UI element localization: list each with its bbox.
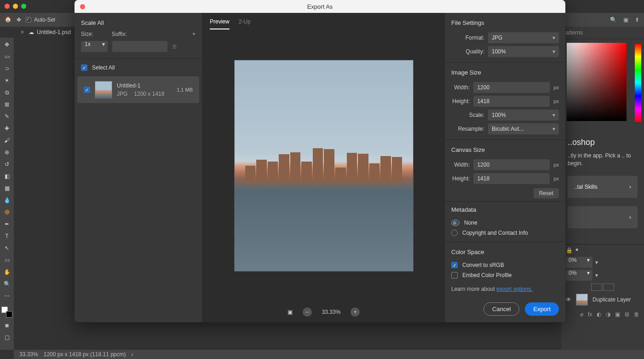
asset-item[interactable]: ✓ Untitled-1 JPG 1200 x 1418 1.1 MB bbox=[77, 76, 199, 103]
layer-thumb-small[interactable] bbox=[603, 284, 614, 291]
scale-select[interactable]: 100% bbox=[488, 110, 559, 121]
close-window[interactable] bbox=[5, 4, 10, 9]
heal-tool[interactable]: ✚ bbox=[3, 124, 11, 133]
blur-tool[interactable]: 💧 bbox=[3, 196, 11, 204]
zoom-out-button[interactable]: − bbox=[303, 307, 312, 317]
delete-scale-icon[interactable]: 🗑 bbox=[172, 43, 178, 50]
export-options-link[interactable]: export options. bbox=[496, 286, 533, 292]
minimize-window[interactable] bbox=[13, 4, 18, 9]
select-all-checkbox[interactable]: ✓ bbox=[81, 64, 87, 71]
visibility-icon[interactable]: 👁 bbox=[566, 296, 571, 303]
status-chevron-icon[interactable]: › bbox=[131, 351, 133, 358]
history-brush-tool[interactable]: ↺ bbox=[3, 160, 11, 168]
trash-icon[interactable]: 🗑 bbox=[634, 311, 639, 318]
hand-tool[interactable]: ✋ bbox=[3, 268, 11, 276]
background-color[interactable] bbox=[6, 311, 12, 318]
metadata-none-row[interactable]: None bbox=[445, 218, 565, 228]
format-select[interactable]: JPG bbox=[488, 32, 559, 43]
maximize-window[interactable] bbox=[21, 4, 26, 9]
convert-srgb-checkbox[interactable]: ✓ bbox=[451, 262, 458, 268]
lock-icon[interactable]: 🔒 bbox=[566, 247, 573, 254]
screenmode-tool[interactable]: ▢ bbox=[3, 333, 11, 342]
share-icon[interactable]: ⬆ bbox=[635, 17, 639, 23]
layer-thumb-small[interactable] bbox=[591, 284, 602, 291]
zoom-in-button[interactable]: + bbox=[351, 307, 360, 317]
convert-srgb-row[interactable]: ✓ Convert to sRGB bbox=[445, 260, 565, 270]
embed-profile-row[interactable]: Embed Color Profile bbox=[445, 270, 565, 280]
home-icon[interactable]: 🏠 bbox=[5, 16, 12, 23]
learn-card-skills[interactable]: ..tal Skills › bbox=[568, 176, 638, 198]
workspace-icon[interactable]: ▣ bbox=[623, 17, 628, 23]
color-field[interactable] bbox=[567, 43, 627, 121]
quality-select[interactable]: 100% bbox=[488, 46, 559, 57]
chevron-down-icon[interactable]: ▾ bbox=[595, 272, 598, 278]
move-tool-icon[interactable]: ✥ bbox=[17, 17, 21, 23]
cancel-button[interactable]: Cancel bbox=[483, 302, 519, 316]
wand-tool[interactable]: ✶ bbox=[3, 76, 11, 85]
reset-button[interactable]: Reset bbox=[534, 188, 559, 198]
tab-patterns[interactable]: atterns bbox=[566, 29, 583, 36]
radio-none[interactable] bbox=[451, 220, 460, 226]
lasso-tool[interactable]: ⊃ bbox=[3, 64, 11, 73]
embed-profile-checkbox[interactable] bbox=[451, 272, 458, 278]
width-input[interactable] bbox=[473, 82, 550, 93]
layer-thumbnail[interactable] bbox=[576, 294, 588, 306]
document-tab[interactable]: × ☁ Untitled-1.psd bbox=[16, 27, 75, 38]
select-all-row[interactable]: ✓ Select All bbox=[75, 59, 202, 76]
scale-select[interactable]: 1x bbox=[81, 41, 108, 52]
more-tools[interactable]: ⋯ bbox=[3, 292, 11, 300]
crop-tool[interactable]: ⧉ bbox=[3, 88, 11, 97]
canvas-width-input[interactable] bbox=[473, 159, 550, 170]
canvas-height-input[interactable] bbox=[473, 173, 550, 184]
zoom-level[interactable]: 33.33% bbox=[322, 309, 341, 315]
mask-icon[interactable]: ◐ bbox=[597, 311, 601, 318]
layer-name[interactable]: Duplicate Layer bbox=[592, 296, 631, 303]
status-zoom[interactable]: 33.33% bbox=[19, 351, 38, 358]
height-input[interactable] bbox=[473, 96, 550, 107]
pen-tool[interactable]: ✒ bbox=[3, 220, 11, 228]
fit-icon[interactable]: ▣ bbox=[288, 309, 293, 315]
auto-select-checkbox[interactable]: Auto-Sel bbox=[26, 17, 55, 23]
dialog-titlebar[interactable]: Export As bbox=[75, 0, 565, 13]
hue-slider[interactable] bbox=[635, 44, 641, 122]
learn-card-2[interactable]: › bbox=[568, 206, 638, 228]
frame-tool[interactable]: ⊠ bbox=[3, 100, 11, 109]
eyedropper-tool[interactable]: ✎ bbox=[3, 112, 11, 121]
dodge-tool[interactable]: 🔅 bbox=[3, 208, 11, 216]
resample-select[interactable]: Bicubic Aut... bbox=[488, 123, 559, 134]
new-layer-icon[interactable]: ⊞ bbox=[625, 311, 629, 318]
tab-2up[interactable]: 2-Up bbox=[239, 18, 251, 29]
adjustment-icon[interactable]: ◑ bbox=[606, 311, 610, 318]
chevron-down-icon[interactable]: ▾ bbox=[595, 259, 598, 266]
layer-row[interactable]: 👁 Duplicate Layer bbox=[561, 291, 644, 308]
asset-checkbox[interactable]: ✓ bbox=[84, 87, 90, 93]
link-icon[interactable]: ⌀ bbox=[580, 311, 583, 318]
path-tool[interactable]: ↖ bbox=[3, 244, 11, 252]
stamp-tool[interactable]: ⊕ bbox=[3, 148, 11, 156]
suffix-input[interactable] bbox=[112, 41, 167, 52]
zoom-tool[interactable]: 🔍 bbox=[3, 280, 11, 288]
dialog-close[interactable] bbox=[80, 4, 85, 9]
shape-tool[interactable]: ▭ bbox=[3, 256, 11, 264]
add-scale-icon[interactable]: + bbox=[192, 31, 196, 37]
preview-canvas[interactable] bbox=[202, 29, 445, 302]
search-icon[interactable]: 🔍 bbox=[610, 17, 617, 23]
type-tool[interactable]: T bbox=[3, 232, 11, 240]
marquee-tool[interactable]: ▭ bbox=[3, 52, 11, 61]
export-button[interactable]: Export bbox=[525, 302, 559, 316]
gradient-tool[interactable]: ▦ bbox=[3, 184, 11, 192]
fx-icon[interactable]: fx bbox=[588, 311, 592, 318]
opacity-value[interactable]: 0% bbox=[566, 257, 592, 268]
color-picker-panel[interactable] bbox=[561, 39, 644, 131]
metadata-contact-row[interactable]: Copyright and Contact Info bbox=[445, 228, 565, 238]
window-controls[interactable] bbox=[5, 4, 26, 9]
quickmask-tool[interactable]: ◙ bbox=[3, 321, 11, 330]
brush-tool[interactable]: 🖌 bbox=[3, 136, 11, 145]
fill-value[interactable]: 0% bbox=[566, 270, 592, 281]
eraser-tool[interactable]: ◧ bbox=[3, 172, 11, 180]
tab-preview[interactable]: Preview bbox=[210, 18, 230, 29]
close-tab-icon[interactable]: × bbox=[21, 29, 24, 35]
radio-contact[interactable] bbox=[451, 230, 458, 236]
color-swatches[interactable] bbox=[1, 307, 12, 318]
move-tool[interactable]: ✥ bbox=[3, 41, 11, 49]
